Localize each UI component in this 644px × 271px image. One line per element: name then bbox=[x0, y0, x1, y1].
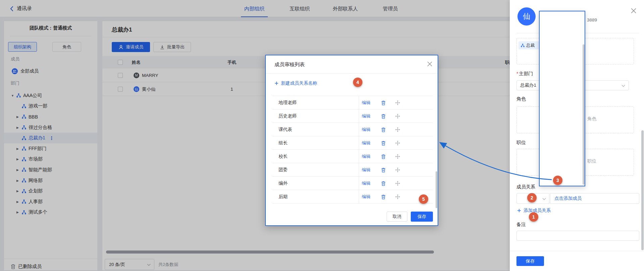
column-divider bbox=[359, 96, 359, 109]
cancel-button[interactable]: 取消 bbox=[387, 212, 407, 222]
trash-icon[interactable] bbox=[381, 194, 386, 199]
move-icon[interactable] bbox=[395, 168, 400, 172]
divider bbox=[266, 73, 438, 74]
dropdown-option[interactable] bbox=[540, 66, 585, 77]
relation-row: 历史老师 编辑 bbox=[273, 109, 433, 123]
column-divider bbox=[359, 163, 359, 176]
dropdown-option[interactable] bbox=[540, 121, 585, 132]
add-member-link[interactable]: 点击添加成员 bbox=[554, 193, 582, 204]
relation-field-label: 成员关系 bbox=[516, 184, 535, 190]
move-icon[interactable] bbox=[395, 141, 400, 145]
new-relation-link[interactable]: 新建成员关系名称 bbox=[275, 80, 317, 86]
relation-row: 团委 编辑 bbox=[273, 163, 433, 177]
member-phone-fragment: 3889 bbox=[587, 17, 597, 22]
org-icon bbox=[521, 44, 525, 47]
avatar: 仙 bbox=[517, 7, 536, 26]
department-chip-label: 总裁 bbox=[526, 43, 535, 48]
remark-field-label: 备注 bbox=[516, 222, 526, 228]
dropdown-scrollbar[interactable] bbox=[583, 44, 585, 185]
relation-name: 地理老师 bbox=[279, 96, 297, 109]
dropdown-option[interactable] bbox=[540, 143, 585, 153]
close-icon[interactable] bbox=[631, 8, 636, 13]
dropdown-option[interactable] bbox=[540, 34, 585, 45]
dropdown-option[interactable] bbox=[540, 153, 585, 164]
save-button[interactable]: 保存 bbox=[411, 212, 433, 222]
dropdown-option[interactable] bbox=[540, 23, 585, 34]
dropdown-option[interactable] bbox=[540, 132, 585, 142]
dropdown-option[interactable] bbox=[540, 110, 585, 121]
relation-table: 地理老师 编辑 历史老师 编辑 课代表 编辑 组长 编辑 bbox=[273, 96, 433, 204]
annotation-badge-2: 2 bbox=[527, 193, 537, 202]
move-icon[interactable] bbox=[395, 194, 400, 199]
move-icon[interactable] bbox=[395, 100, 400, 105]
edit-link[interactable]: 编辑 bbox=[362, 190, 370, 204]
column-divider bbox=[359, 109, 359, 123]
dropdown-option[interactable] bbox=[540, 88, 585, 99]
dept-label-text: 主部门 bbox=[519, 71, 533, 76]
column-divider bbox=[359, 123, 359, 136]
plus-icon bbox=[275, 81, 279, 85]
move-icon[interactable] bbox=[395, 181, 400, 186]
save-button[interactable]: 保存 bbox=[516, 256, 544, 266]
dropdown-option[interactable] bbox=[540, 77, 585, 88]
dept-field-label: *主部门 bbox=[516, 71, 533, 77]
required-mark: * bbox=[516, 71, 518, 76]
vertical-scrollbar[interactable] bbox=[641, 130, 644, 250]
modal-title: 成员审核列表 bbox=[275, 55, 305, 73]
divider bbox=[510, 251, 644, 251]
trash-icon[interactable] bbox=[381, 114, 386, 119]
trash-icon[interactable] bbox=[381, 141, 386, 146]
trash-icon[interactable] bbox=[381, 181, 386, 186]
relation-name: 校长 bbox=[279, 150, 288, 163]
edit-link[interactable]: 编辑 bbox=[362, 150, 370, 163]
chevron-down-icon bbox=[622, 85, 625, 87]
new-relation-label: 新建成员关系名称 bbox=[281, 80, 317, 86]
annotation-badge-3: 3 bbox=[553, 176, 562, 185]
relation-row: 课代表 编辑 bbox=[273, 123, 433, 136]
dropdown-option[interactable] bbox=[540, 164, 585, 175]
trash-icon[interactable] bbox=[381, 100, 386, 105]
relation-name: 编外 bbox=[279, 177, 288, 190]
add-relation-label: 添加成员关系 bbox=[524, 208, 551, 214]
edit-link[interactable]: 编辑 bbox=[362, 177, 370, 190]
trash-icon[interactable] bbox=[381, 168, 386, 173]
position-placeholder: 职位 bbox=[587, 158, 596, 164]
edit-link[interactable]: 编辑 bbox=[362, 96, 370, 109]
relation-row: 地理老师 编辑 bbox=[273, 96, 433, 109]
add-member-field[interactable]: 点击添加成员 bbox=[550, 193, 639, 204]
column-divider bbox=[359, 177, 359, 190]
relation-name: 团委 bbox=[279, 163, 288, 177]
dept-select-value: 总裁办1 bbox=[520, 81, 536, 90]
annotation-badge-5: 5 bbox=[419, 194, 428, 204]
trash-icon[interactable] bbox=[381, 154, 386, 159]
relation-dropdown bbox=[539, 11, 585, 186]
edit-link[interactable]: 编辑 bbox=[362, 109, 370, 123]
annotation-badge-1: 1 bbox=[529, 212, 538, 222]
role-placeholder: 角色 bbox=[587, 116, 596, 122]
edit-link[interactable]: 编辑 bbox=[362, 123, 370, 136]
relation-name: 课代表 bbox=[279, 123, 292, 136]
dropdown-option[interactable] bbox=[540, 56, 585, 66]
member-review-modal: 成员审核列表 新建成员关系名称 地理老师 编辑 历史老师 编辑 课代表 编 bbox=[265, 55, 438, 226]
column-divider bbox=[359, 136, 359, 149]
relation-name: 后期 bbox=[279, 190, 288, 204]
dropdown-option[interactable] bbox=[540, 12, 585, 23]
relation-name: 组长 bbox=[279, 136, 288, 150]
dropdown-option[interactable] bbox=[540, 99, 585, 110]
move-icon[interactable] bbox=[395, 154, 400, 159]
role-field-label: 角色 bbox=[516, 96, 526, 102]
move-icon[interactable] bbox=[395, 114, 400, 119]
relation-name: 历史老师 bbox=[279, 109, 297, 123]
close-icon[interactable] bbox=[427, 61, 432, 66]
dropdown-anchor-input[interactable] bbox=[538, 0, 554, 11]
remark-input[interactable] bbox=[516, 231, 639, 241]
edit-link[interactable]: 编辑 bbox=[362, 136, 370, 150]
trash-icon[interactable] bbox=[381, 127, 386, 132]
relation-row: 组长 编辑 bbox=[273, 136, 433, 150]
relation-row: 后期 编辑 bbox=[273, 190, 433, 204]
edit-link[interactable]: 编辑 bbox=[362, 163, 370, 177]
move-icon[interactable] bbox=[395, 127, 400, 132]
dropdown-option[interactable] bbox=[540, 45, 585, 55]
annotation-badge-4: 4 bbox=[353, 78, 362, 87]
modal-scrollbar[interactable] bbox=[436, 171, 437, 208]
